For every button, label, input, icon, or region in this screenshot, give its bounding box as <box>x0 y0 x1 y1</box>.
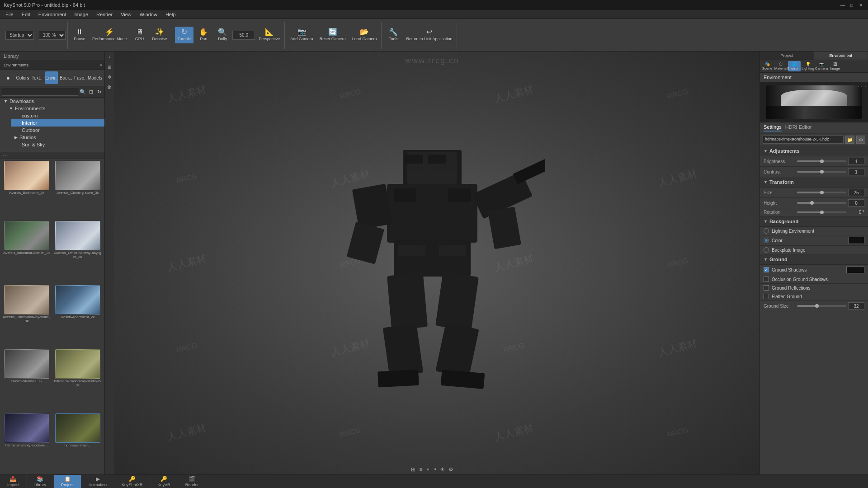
reset-camera-button[interactable]: 🔄 Reset Camera <box>317 27 349 43</box>
tab-keyshotxr[interactable]: 🔑 KeyShotXR <box>114 475 151 488</box>
height-slider[interactable] <box>797 202 846 204</box>
startup-dropdown[interactable]: Startup <box>5 31 34 40</box>
tab-environ[interactable]: 🌐 Environ.. <box>788 61 801 71</box>
thumb-industrial[interactable]: Aversis_Industrial-kitchen_3k <box>2 221 52 284</box>
menu-window[interactable]: Window <box>136 11 161 18</box>
viewport-brightness-btn[interactable]: ☀ <box>440 466 445 473</box>
hdri-file-options-btn[interactable]: ⚙ <box>856 136 865 144</box>
tab-project[interactable]: 📋 Project <box>54 475 81 488</box>
refresh-icon[interactable]: ↻ <box>95 88 103 95</box>
maximize-button[interactable]: □ <box>848 1 855 9</box>
size-value-input[interactable] <box>848 189 864 196</box>
ground-size-slider[interactable] <box>797 305 846 307</box>
pause-button[interactable]: ⏸ Pause <box>71 27 89 43</box>
ground-size-value-input[interactable] <box>848 302 864 310</box>
close-button[interactable]: ✕ <box>857 1 864 9</box>
tab-material[interactable]: ⬡ Material <box>774 61 787 71</box>
perspective-button[interactable]: 📐 Perspective <box>256 27 283 43</box>
transform-section-header[interactable]: ▼ Transform <box>760 177 868 188</box>
icon-colors[interactable]: Colors <box>16 71 29 84</box>
icon-back[interactable]: Back.. <box>60 71 72 84</box>
viewport-options-btn[interactable]: ⚙ <box>448 466 453 473</box>
thumb-rims[interactable]: hdrmaps-rims-... <box>53 413 103 473</box>
tools-button[interactable]: 🔧 Tools <box>384 27 402 43</box>
menu-environment[interactable]: Environment <box>35 11 70 18</box>
hdri-file-browse-btn[interactable]: 📁 <box>845 136 854 144</box>
tab-keyvr[interactable]: 🔑 KeyVR <box>151 475 178 488</box>
icon-envir[interactable]: Envir.. <box>45 71 58 84</box>
rotation-slider-thumb[interactable] <box>820 211 824 214</box>
tumble-button[interactable]: ↻ Tumble <box>175 27 194 43</box>
contrast-value-input[interactable] <box>848 168 864 175</box>
contrast-slider-thumb[interactable] <box>820 170 824 174</box>
ground-shadows-checkbox[interactable] <box>764 267 769 272</box>
add-camera-button[interactable]: 📷 Add Camera <box>288 27 316 43</box>
load-camera-button[interactable]: 📂 Load Camera <box>349 27 380 43</box>
background-section-header[interactable]: ▼ Background <box>760 216 868 227</box>
tab-image[interactable]: 🖼 Image <box>829 61 841 71</box>
menu-edit[interactable]: Edit <box>18 11 34 18</box>
icon-models[interactable]: Models <box>89 71 101 84</box>
tab-library[interactable]: 📚 Library <box>27 475 54 488</box>
ground-reflections-checkbox[interactable] <box>764 285 769 291</box>
viewport-list-btn[interactable]: ≡ <box>419 466 422 473</box>
contrast-slider[interactable] <box>797 171 846 173</box>
envir-tab-close[interactable]: × <box>100 62 103 68</box>
icon-mate[interactable]: ● <box>2 71 14 84</box>
thumb-apartment[interactable]: Dosch-Apartment_2k <box>53 285 103 348</box>
bg-lighting-env-radio[interactable] <box>764 228 769 234</box>
tab-environment[interactable]: Environment <box>814 52 868 60</box>
height-slider-thumb[interactable] <box>810 201 814 205</box>
height-value-input[interactable] <box>848 199 864 206</box>
viewport-search-btn[interactable]: ⚬ <box>426 466 430 473</box>
thumb-bathroom[interactable]: Aversis_Bathroom_3k <box>2 161 52 220</box>
thumb-stairwell[interactable]: Dosch-Stairwell_2k <box>2 349 52 413</box>
menu-file[interactable]: File <box>2 11 17 18</box>
thumb-office-white[interactable]: Aversis_Office-hallway-white_3k <box>2 285 52 348</box>
bg-color-swatch[interactable] <box>848 237 864 244</box>
tab-camera[interactable]: 📷 Camera <box>815 61 828 71</box>
tree-studios[interactable]: ▶ Studios <box>11 134 104 141</box>
menu-help[interactable]: Help <box>162 11 179 18</box>
tab-render[interactable]: 🎬 Render <box>178 475 207 488</box>
tree-outdoor[interactable]: Outdoor <box>11 127 104 134</box>
menu-image[interactable]: Image <box>71 11 92 18</box>
vt-move-btn[interactable]: ✥ <box>106 73 113 80</box>
hdri-preview-menu[interactable]: · · · <box>858 83 866 90</box>
thumb-cyclorama[interactable]: hdrmaps-cyclorama-studio-2-3k <box>53 349 103 413</box>
ground-size-slider-thumb[interactable] <box>815 304 819 308</box>
tab-lighting[interactable]: 💡 Lighting <box>802 61 814 71</box>
vt-add-btn[interactable]: + <box>106 53 113 61</box>
gpu-button[interactable]: 🖥 GPU <box>131 27 149 43</box>
thumb-office-daylight[interactable]: Aversis_Office-hallway-daylight_3k <box>53 221 103 284</box>
size-slider[interactable] <box>797 192 846 193</box>
vt-trash-btn[interactable]: 🗑 <box>106 83 113 90</box>
brightness-value-input[interactable] <box>848 158 864 165</box>
tree-interior[interactable]: Interior <box>11 119 104 127</box>
menu-render[interactable]: Render <box>93 11 116 18</box>
bg-color-radio[interactable] <box>764 238 769 243</box>
search-icon[interactable]: 🔍 <box>79 88 86 95</box>
tree-sun-sky[interactable]: Sun & Sky <box>11 141 104 148</box>
tab-project[interactable]: Project <box>760 52 814 60</box>
icon-favo[interactable]: Favo.. <box>74 71 87 84</box>
viewport[interactable]: 人人素材 RRCG 人人素材 RRCG RRCG 人人素材 RRCG 人人素材 … <box>105 52 760 474</box>
settings-tab[interactable]: Settings <box>764 124 782 131</box>
viewport-grid-btn[interactable]: ⊞ <box>411 466 415 473</box>
menu-view[interactable]: View <box>117 11 135 18</box>
denoise-button[interactable]: ✨ Denoise <box>150 27 170 43</box>
thumb-clothing[interactable]: Aversis_Clothing-store_3k <box>53 161 103 220</box>
ground-section-header[interactable]: ▼ Ground <box>760 254 868 265</box>
bg-backplate-radio[interactable] <box>764 247 769 253</box>
tree-environments[interactable]: ▼ Environments <box>5 105 104 112</box>
dolly-value-input[interactable] <box>232 31 255 40</box>
adjustments-section-header[interactable]: ▼ Adjustments <box>760 146 868 156</box>
tree-downloads[interactable]: ▼ Downloads <box>0 98 104 105</box>
hdri-editor-tab[interactable]: HDRI Editor <box>785 124 812 131</box>
brightness-slider[interactable] <box>797 160 846 162</box>
occlusion-shadows-checkbox[interactable] <box>764 277 769 282</box>
vt-grid-btn[interactable]: ⊞ <box>106 63 113 70</box>
tab-animation[interactable]: ▶ Animation <box>81 475 114 488</box>
pan-button[interactable]: ✋ Pan <box>194 27 212 43</box>
thumb-empty-modern[interactable]: hdrmaps-empty-modern-... <box>2 413 52 473</box>
